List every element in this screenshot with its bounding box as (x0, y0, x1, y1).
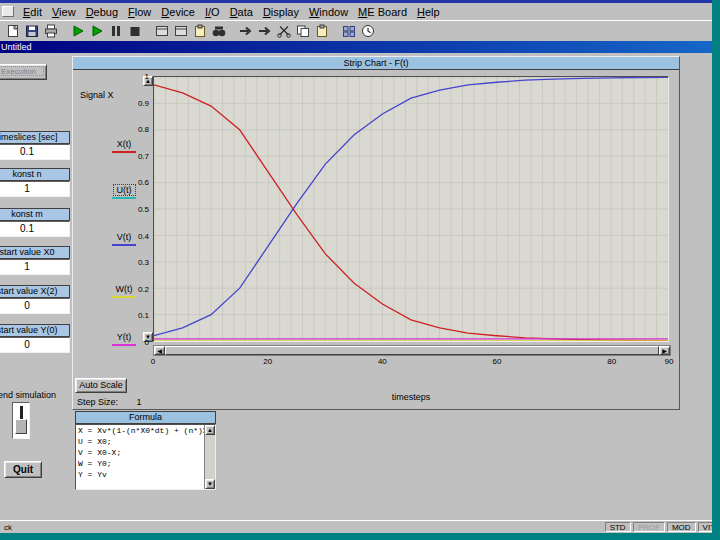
control-start-value-x-2: start value X(2)0 (0, 285, 70, 314)
run-button[interactable] (68, 23, 87, 40)
paste-button[interactable] (312, 23, 331, 40)
end-simulation-toggle[interactable] (12, 402, 30, 439)
formula-scroll-up-button[interactable]: ▲ (205, 425, 215, 435)
cut-icon (276, 24, 292, 38)
copy-button[interactable] (293, 23, 312, 40)
menu-display[interactable]: Display (258, 5, 304, 19)
chart-legend-title: Signal X (80, 90, 114, 100)
menu-bar: EditViewDebugFlowDeviceI/ODataDisplayWin… (0, 4, 712, 19)
step-into-button[interactable] (236, 23, 255, 40)
step-size-value: 1 (137, 397, 142, 407)
app-window: EditViewDebugFlowDeviceI/ODataDisplayWin… (0, 3, 712, 533)
control-label: konst n (0, 168, 70, 181)
new-button[interactable] (3, 23, 22, 40)
auto-scale-button[interactable]: Auto Scale (75, 378, 127, 393)
toggle-knob[interactable] (15, 419, 27, 434)
control-label: start value Y(0) (0, 324, 70, 337)
status-bar: ck STDPROFMODVIT (0, 520, 712, 533)
resume-icon (89, 24, 105, 38)
formula-line: Y = Yv (76, 469, 215, 480)
y-tick-label: 0.8 (121, 125, 149, 134)
menu-i-o[interactable]: I/O (200, 5, 225, 19)
control-start-value-x0: start value X01 (0, 246, 70, 275)
find-icon (211, 24, 227, 38)
x-scroll-right-button[interactable]: ▶ (659, 346, 670, 355)
menu-me-board[interactable]: ME Board (353, 5, 412, 19)
control-label: timeslices [sec] (0, 131, 70, 144)
formula-scrollbar[interactable]: ▲ ▼ (204, 425, 215, 489)
menu-view[interactable]: View (47, 5, 81, 19)
execution-button[interactable]: Execution (0, 64, 47, 80)
step-over-button[interactable] (255, 23, 274, 40)
control-value-field[interactable]: 0.1 (0, 221, 70, 237)
legend-color-swatch (112, 244, 136, 246)
control-konst-m: konst m0.1 (0, 208, 70, 237)
plot-area[interactable] (153, 76, 669, 342)
toolbar-group (339, 23, 377, 40)
control-konst-n: konst n1 (0, 168, 70, 197)
x-scroll-thumb[interactable] (165, 346, 659, 355)
timer-button[interactable] (358, 23, 377, 40)
control-value-field[interactable]: 1 (0, 181, 70, 197)
y-tick-label: 0 (121, 338, 149, 347)
execution-button-label: Execution (0, 66, 44, 76)
step-size-label: Step Size: (77, 397, 118, 407)
show-grid-icon (341, 24, 357, 38)
control-value-field[interactable]: 0 (0, 298, 70, 314)
x-scrollbar[interactable]: ◀ ▶ (153, 345, 671, 356)
control-label: start value X(2) (0, 285, 70, 298)
formula-lines: X = Xv*(1-(n*X0*dt) + (n*)Xv*dt) -U = X0… (76, 425, 215, 480)
formula-text-area[interactable]: X = Xv*(1-(n*X0*dt) + (n*)Xv*dt) -U = X0… (75, 424, 216, 490)
x-tick-label: 40 (371, 357, 393, 366)
status-panel-mod: MOD (667, 522, 696, 532)
control-value-field[interactable]: 1 (0, 259, 70, 275)
y-tick-label: 0.3 (121, 258, 149, 267)
y-tick-label: 0.6 (121, 178, 149, 187)
legend-color-swatch (112, 197, 136, 199)
formula-line: X = Xv*(1-(n*X0*dt) + (n*)Xv*dt) - (76, 425, 215, 436)
y-tick-label: 0.5 (121, 205, 149, 214)
y-tick-label: 0.1 (121, 311, 149, 320)
status-message: ck (0, 523, 603, 532)
print-button[interactable] (41, 23, 60, 40)
resume-button[interactable] (87, 23, 106, 40)
menu-window[interactable]: Window (304, 5, 353, 19)
menu-help[interactable]: Help (412, 5, 445, 19)
pause-button[interactable] (106, 23, 125, 40)
chart-title[interactable]: Strip Chart - F(t) (73, 57, 679, 70)
quit-button[interactable]: Quit (4, 461, 42, 478)
formula-scroll-down-button[interactable]: ▼ (205, 479, 215, 489)
x-scroll-left-button[interactable]: ◀ (154, 346, 165, 355)
find-button[interactable] (209, 23, 228, 40)
status-panel-std: STD (605, 522, 631, 532)
save-button[interactable] (22, 23, 41, 40)
formula-title[interactable]: Formula (75, 411, 216, 424)
x-axis-label: timesteps (153, 392, 669, 402)
cut-button[interactable] (274, 23, 293, 40)
menu-edit[interactable]: Edit (18, 5, 47, 19)
formula-line: U = X0; (76, 436, 215, 447)
step-over-icon (257, 24, 273, 38)
toolbar-group (3, 23, 60, 40)
menu-device[interactable]: Device (156, 5, 200, 19)
add-object-button[interactable] (152, 23, 171, 40)
stop-icon (127, 24, 143, 38)
menu-data[interactable]: Data (225, 5, 258, 19)
control-label: konst m (0, 208, 70, 221)
edit-properties-button[interactable] (171, 23, 190, 40)
system-menu-icon[interactable] (2, 6, 14, 17)
paste-object-button[interactable] (190, 23, 209, 40)
menu-flow[interactable]: Flow (123, 5, 156, 19)
paste-object-icon (192, 24, 208, 38)
status-panel-vit: VIT (698, 522, 712, 532)
y-tick-label: 0.4 (121, 232, 149, 241)
status-panel-prof: PROF (633, 522, 665, 532)
stop-button[interactable] (125, 23, 144, 40)
pause-icon (108, 24, 124, 38)
menu-debug[interactable]: Debug (81, 5, 123, 19)
show-grid-button[interactable] (339, 23, 358, 40)
toolbar-group (236, 23, 331, 40)
control-value-field[interactable]: 0 (0, 337, 70, 353)
control-value-field[interactable]: 0.1 (0, 144, 70, 160)
document-titlebar[interactable]: Untitled (0, 41, 712, 53)
